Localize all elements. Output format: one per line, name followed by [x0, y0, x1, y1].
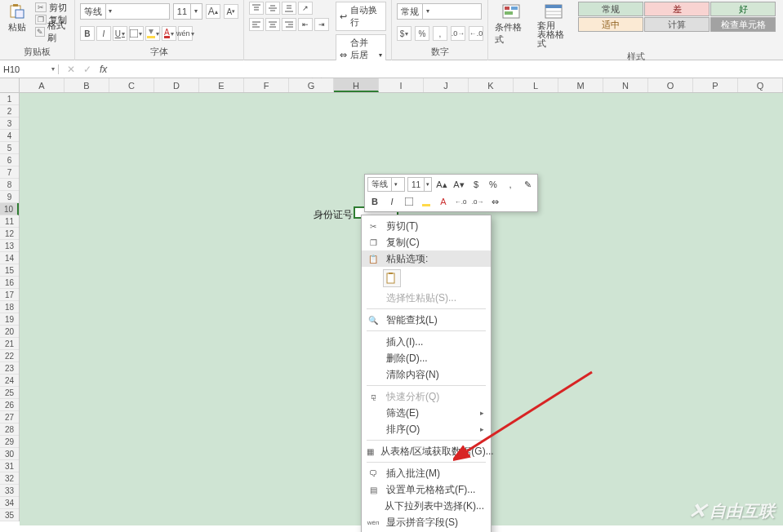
select-all-corner[interactable]	[0, 78, 20, 93]
mini-accounting[interactable]: $	[469, 177, 483, 192]
mini-italic[interactable]: I	[385, 194, 399, 209]
row-header-27[interactable]: 27	[0, 411, 19, 423]
column-header-P[interactable]: P	[693, 78, 738, 92]
font-size-combo[interactable]: 11 ▾	[173, 3, 202, 20]
column-header-N[interactable]: N	[603, 78, 648, 92]
column-header-C[interactable]: C	[109, 78, 154, 92]
ctx-copy[interactable]: ❐ 复制(C)	[362, 234, 491, 250]
row-header-25[interactable]: 25	[0, 387, 19, 399]
italic-button[interactable]: I	[96, 26, 111, 41]
row-header-13[interactable]: 13	[0, 240, 19, 252]
style-neutral[interactable]: 适中	[578, 17, 643, 32]
row-header-29[interactable]: 29	[0, 436, 19, 448]
column-header-I[interactable]: I	[379, 78, 424, 92]
enter-formula-icon[interactable]: ✓	[83, 64, 91, 75]
cut-button[interactable]: ✂ 剪切	[35, 2, 69, 13]
mini-bold[interactable]: B	[367, 194, 382, 209]
row-header-22[interactable]: 22	[0, 350, 19, 362]
row-header-20[interactable]: 20	[0, 326, 19, 338]
row-header-1[interactable]: 1	[0, 93, 19, 105]
ctx-clear[interactable]: 清除内容(N)	[362, 366, 491, 383]
align-bottom-button[interactable]	[282, 2, 296, 15]
orientation-button[interactable]: ↗	[298, 2, 313, 15]
row-header-19[interactable]: 19	[0, 313, 19, 326]
column-header-O[interactable]: O	[648, 78, 693, 92]
row-header-9[interactable]: 9	[0, 191, 19, 203]
column-header-M[interactable]: M	[558, 78, 603, 92]
row-header-23[interactable]: 23	[0, 362, 19, 375]
row-header-15[interactable]: 15	[0, 264, 19, 277]
ctx-filter[interactable]: 筛选(E) ▸	[362, 405, 491, 421]
style-bad[interactable]: 差	[644, 2, 710, 16]
column-header-D[interactable]: D	[154, 78, 199, 92]
column-header-H[interactable]: H	[334, 78, 379, 92]
column-headers[interactable]: ABCDEFGHIJKLMNOPQ	[20, 78, 783, 93]
row-header-35[interactable]: 35	[0, 509, 19, 521]
accounting-format-button[interactable]: $	[397, 26, 412, 41]
cancel-formula-icon[interactable]: ✕	[67, 64, 75, 75]
ctx-quick-analysis[interactable]: ⚼ 快速分析(Q)	[362, 388, 491, 405]
row-header-11[interactable]: 11	[0, 215, 19, 228]
column-header-J[interactable]: J	[424, 78, 469, 92]
style-check[interactable]: 检查单元格	[710, 17, 776, 32]
font-color-button[interactable]: A	[162, 26, 176, 41]
align-middle-button[interactable]	[265, 2, 280, 15]
underline-button[interactable]: U	[113, 26, 127, 41]
bold-button[interactable]: B	[80, 26, 95, 41]
column-header-Q[interactable]: Q	[738, 78, 783, 92]
row-header-21[interactable]: 21	[0, 338, 19, 350]
mini-dec-decimal[interactable]: ←.0	[453, 194, 468, 209]
row-header-7[interactable]: 7	[0, 166, 19, 179]
ctx-from-table[interactable]: ▦ 从表格/区域获取数据(G)...	[362, 443, 491, 459]
mini-font-size-combo[interactable]: 11▾	[407, 177, 432, 192]
increase-font-button[interactable]: A▴	[206, 4, 220, 19]
cell-styles-gallery[interactable]: 常规 差 好 适中 计算 检查单元格	[578, 2, 778, 33]
column-header-K[interactable]: K	[469, 78, 514, 92]
style-normal[interactable]: 常规	[578, 2, 643, 16]
ctx-paste-option-default[interactable]	[362, 267, 491, 290]
mini-merge[interactable]: ⇔	[487, 194, 502, 209]
ctx-pick-from-list[interactable]: 从下拉列表中选择(K)...	[362, 498, 491, 514]
ctx-insert[interactable]: 插入(I)...	[362, 334, 491, 350]
border-button[interactable]	[129, 26, 144, 41]
indent-dec-button[interactable]: ⇤	[298, 18, 313, 31]
row-header-4[interactable]: 4	[0, 130, 19, 142]
mini-fill-color[interactable]	[419, 194, 434, 209]
row-header-31[interactable]: 31	[0, 460, 19, 472]
ctx-format-cells[interactable]: ▤ 设置单元格格式(F)...	[362, 481, 491, 498]
column-header-F[interactable]: F	[244, 78, 289, 92]
row-header-14[interactable]: 14	[0, 252, 19, 264]
row-header-10[interactable]: 10	[0, 203, 19, 215]
align-left-button[interactable]	[249, 18, 264, 31]
ctx-cut[interactable]: ✂ 剪切(T)	[362, 218, 491, 234]
format-painter-button[interactable]: ✎ 格式刷	[35, 26, 69, 38]
mini-font-name-combo[interactable]: 等线▾	[367, 177, 405, 192]
row-header-26[interactable]: 26	[0, 399, 19, 411]
align-top-button[interactable]	[249, 2, 264, 15]
fill-color-button[interactable]	[145, 26, 160, 41]
conditional-format-button[interactable]: 条件格式	[493, 2, 529, 47]
comma-format-button[interactable]: ,	[433, 26, 447, 41]
row-header-8[interactable]: 8	[0, 179, 19, 191]
paste-button[interactable]: 粘贴	[5, 2, 30, 35]
mini-font-color[interactable]: A	[436, 194, 451, 209]
mini-inc-decimal[interactable]: .0→	[470, 194, 485, 209]
name-box[interactable]: H10 ▾	[0, 64, 59, 74]
decrease-decimal-button[interactable]: ←.0	[469, 26, 483, 41]
formula-input[interactable]	[115, 60, 783, 78]
row-header-3[interactable]: 3	[0, 117, 19, 130]
row-header-34[interactable]: 34	[0, 497, 19, 509]
row-headers[interactable]: 1234567891011121314151617181920212223242…	[0, 93, 20, 521]
ctx-sort[interactable]: 排序(O) ▸	[362, 421, 491, 437]
column-header-E[interactable]: E	[199, 78, 244, 92]
decrease-font-button[interactable]: A▾	[224, 4, 238, 19]
align-center-button[interactable]	[265, 18, 280, 31]
row-header-18[interactable]: 18	[0, 301, 19, 313]
row-header-32[interactable]: 32	[0, 472, 19, 485]
mini-increase-font[interactable]: A▴	[434, 177, 449, 192]
ctx-paste-special[interactable]: 选择性粘贴(S)...	[362, 290, 491, 306]
number-format-combo[interactable]: 常规 ▾	[397, 3, 482, 20]
wrap-text-button[interactable]: ↩ 自动换行	[336, 2, 386, 31]
row-header-30[interactable]: 30	[0, 448, 19, 460]
row-header-28[interactable]: 28	[0, 423, 19, 436]
